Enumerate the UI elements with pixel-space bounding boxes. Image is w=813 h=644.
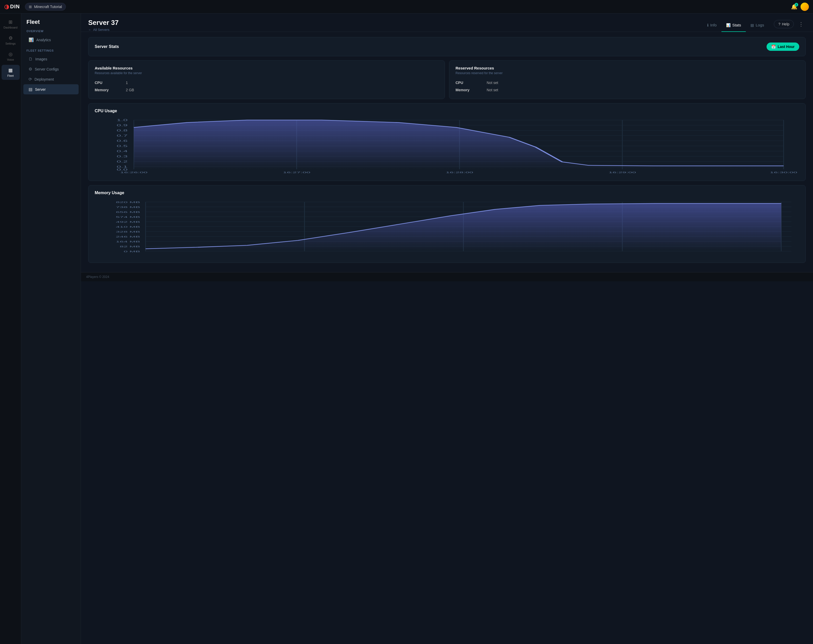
memory-chart-svg: 820 MB 738 MB 656 MB 574 MB 492 MB 410 M…	[95, 199, 799, 256]
svg-text:410 MB: 410 MB	[116, 226, 140, 228]
available-cpu-value: 1	[126, 81, 128, 85]
nav-label-settings: Settings	[5, 42, 16, 45]
tab-logs[interactable]: ▤ Logs	[746, 19, 769, 32]
server-info: Server 37 ← All Servers	[88, 19, 697, 32]
info-icon: ℹ	[707, 23, 709, 27]
svg-text:16:30:00: 16:30:00	[770, 171, 798, 174]
svg-marker-31	[134, 120, 784, 169]
content-body: Server Stats 📅 Last Hour Available Resou…	[81, 32, 813, 272]
memory-chart-card: Memory Usage	[88, 185, 806, 263]
images-label: Images	[35, 57, 47, 61]
sidebar-item-deployment[interactable]: ⟳ Deployment	[23, 74, 78, 84]
sidebar: Fleet OVERVIEW 📊 Analytics FLEET SETTING…	[21, 14, 81, 644]
left-nav: ⊞ Dashboard ⚙ Settings ◎ Voice ▦ Fleet	[0, 14, 21, 644]
notification-button[interactable]: 🔔 1	[791, 4, 798, 10]
server-label: Server	[35, 87, 46, 92]
server-icon: ▤	[29, 87, 32, 92]
fleet-settings-label: FLEET SETTINGS	[21, 49, 81, 54]
nav-label-voice: Voice	[7, 58, 14, 61]
sidebar-item-analytics[interactable]: 📊 Analytics	[23, 35, 78, 45]
cpu-chart-svg: 1.0 0.9 0.8 0.7 0.6 0.5 0.4 0.3 0.2 0.1 …	[95, 118, 799, 174]
sidebar-item-voice[interactable]: ◎ Voice	[2, 49, 20, 64]
cpu-chart-area: 1.0 0.9 0.8 0.7 0.6 0.5 0.4 0.3 0.2 0.1 …	[95, 118, 799, 176]
svg-text:16:27:00: 16:27:00	[283, 171, 310, 174]
sidebar-item-dashboard[interactable]: ⊞ Dashboard	[2, 17, 20, 32]
overview-section-label: OVERVIEW	[21, 29, 81, 35]
stats-icon: 📊	[726, 23, 730, 27]
last-hour-label: Last Hour	[778, 44, 795, 49]
topbar-right: 🔔 1	[791, 3, 809, 11]
reserved-memory-row: Memory Not set	[456, 86, 799, 93]
svg-text:0.1: 0.1	[117, 165, 127, 168]
back-link[interactable]: ← All Servers	[88, 28, 697, 32]
help-circle-icon: ?	[778, 22, 780, 26]
svg-text:328 MB: 328 MB	[116, 231, 140, 233]
sidebar-item-fleet[interactable]: ▦ Fleet	[2, 65, 20, 80]
avatar[interactable]	[801, 3, 809, 11]
footer: 4Players © 2024	[81, 272, 813, 281]
svg-text:0.5: 0.5	[117, 145, 127, 147]
deployment-icon: ⟳	[29, 77, 32, 82]
topbar: ◑ DIN ⊞ Minecraft Tutorial 🔔 1	[0, 0, 813, 14]
svg-text:82 MB: 82 MB	[120, 245, 140, 248]
content-area: Server 37 ← All Servers ℹ Info 📊 Stats ▤…	[81, 14, 813, 644]
svg-text:492 MB: 492 MB	[116, 220, 140, 223]
svg-text:0 MB: 0 MB	[124, 250, 140, 253]
reserved-cpu-row: CPU Not set	[456, 79, 799, 86]
nav-label-fleet: Fleet	[7, 74, 14, 77]
last-hour-button[interactable]: 📅 Last Hour	[767, 43, 799, 51]
svg-text:656 MB: 656 MB	[116, 211, 140, 213]
svg-text:0.6: 0.6	[117, 139, 127, 142]
available-memory-value: 2 GB	[126, 88, 134, 92]
project-selector[interactable]: ⊞ Minecraft Tutorial	[25, 3, 66, 11]
help-button[interactable]: ? Help	[774, 20, 794, 28]
sidebar-item-images[interactable]: 🗋 Images	[23, 54, 78, 64]
svg-text:0.0: 0.0	[117, 168, 127, 171]
server-configs-icon: ⚙	[29, 67, 32, 72]
tab-stats[interactable]: 📊 Stats	[721, 19, 746, 32]
svg-text:0.7: 0.7	[117, 134, 127, 137]
reserved-memory-label: Memory	[456, 88, 487, 92]
help-label: Help	[782, 22, 789, 26]
svg-text:574 MB: 574 MB	[116, 216, 140, 218]
sidebar-item-server[interactable]: ▤ Server	[23, 84, 78, 94]
more-button[interactable]: ⋮	[796, 20, 806, 28]
svg-text:16:28:00: 16:28:00	[446, 171, 473, 174]
svg-text:0.8: 0.8	[117, 129, 127, 132]
available-cpu-row: CPU 1	[95, 79, 439, 86]
sidebar-item-settings[interactable]: ⚙ Settings	[2, 33, 20, 48]
tab-stats-label: Stats	[732, 23, 741, 27]
svg-text:0.9: 0.9	[117, 124, 127, 127]
tab-info-label: Info	[710, 23, 717, 27]
back-arrow-icon: ←	[88, 28, 92, 32]
tab-logs-label: Logs	[756, 23, 764, 27]
server-configs-label: Server Configs	[35, 67, 59, 71]
content-header: Server 37 ← All Servers ℹ Info 📊 Stats ▤…	[81, 14, 813, 32]
logo-text: DIN	[10, 4, 20, 9]
svg-text:246 MB: 246 MB	[116, 236, 140, 238]
fleet-icon: ▦	[8, 67, 13, 73]
deployment-label: Deployment	[34, 77, 54, 81]
server-stats-card: Server Stats 📅 Last Hour	[88, 37, 806, 56]
images-icon: 🗋	[29, 57, 33, 61]
svg-text:738 MB: 738 MB	[116, 206, 140, 208]
svg-text:820 MB: 820 MB	[116, 201, 140, 203]
available-resources-title: Available Resources	[95, 66, 439, 70]
main-layout: ⊞ Dashboard ⚙ Settings ◎ Voice ▦ Fleet F…	[0, 14, 813, 644]
cpu-chart-title: CPU Usage	[95, 109, 799, 113]
project-label: Minecraft Tutorial	[34, 5, 62, 9]
sidebar-item-server-configs[interactable]: ⚙ Server Configs	[23, 64, 78, 74]
back-label: All Servers	[93, 28, 109, 32]
svg-text:0.3: 0.3	[117, 155, 127, 158]
svg-text:16:29:00: 16:29:00	[609, 171, 636, 174]
memory-chart-area: 820 MB 738 MB 656 MB 574 MB 492 MB 410 M…	[95, 199, 799, 257]
tab-info[interactable]: ℹ Info	[703, 19, 721, 32]
available-resources-card: Available Resources Resources available …	[88, 60, 445, 99]
cpu-chart-card: CPU Usage	[88, 103, 806, 181]
resource-row: Available Resources Resources available …	[88, 60, 806, 99]
svg-text:0.4: 0.4	[117, 150, 127, 153]
logo: ◑ DIN	[4, 3, 20, 10]
reserved-cpu-value: Not set	[487, 81, 498, 85]
footer-text: 4Players © 2024	[86, 275, 109, 279]
analytics-icon: 📊	[29, 37, 34, 42]
